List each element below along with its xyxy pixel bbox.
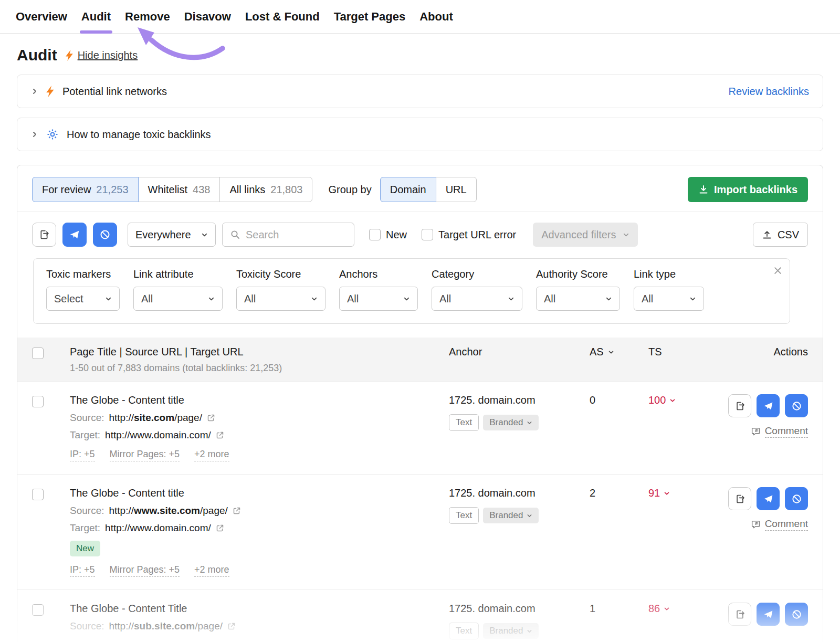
advanced-filters-label: Advanced filters: [541, 229, 616, 241]
group-by-domain-button[interactable]: Domain: [380, 177, 436, 202]
mirror-pages-meta[interactable]: Mirror Pages: +5: [110, 564, 180, 577]
nav-lost-and-found[interactable]: Lost & Found: [245, 0, 320, 34]
external-link-icon[interactable]: [207, 414, 215, 422]
source-label: Source:: [70, 412, 104, 424]
toxicity-score-value[interactable]: 91: [648, 487, 713, 499]
comment-link[interactable]: Comment: [751, 425, 808, 438]
export-row-button[interactable]: [728, 603, 751, 626]
move-row-to-disavow-button[interactable]: [785, 487, 808, 510]
move-row-to-disavow-button[interactable]: [785, 394, 808, 417]
audit-main-card: For review 21,253 Whitelist 438 All link…: [17, 165, 823, 642]
text-tag: Text: [449, 623, 479, 639]
nav-audit[interactable]: Audit: [81, 0, 111, 34]
chevron-down-icon: [508, 296, 514, 302]
close-filters-button[interactable]: [773, 266, 782, 275]
filter-value: All: [544, 293, 555, 305]
source-url: http://sub.site.com/page/: [109, 620, 223, 632]
panel-link-networks[interactable]: Potential link networks Review backlinks: [17, 75, 823, 108]
filter-label: Authority Score: [536, 268, 620, 280]
branded-tag[interactable]: Branded: [483, 623, 539, 639]
toxicity-score-value[interactable]: 86: [648, 603, 713, 615]
filter-toxic-markers: Toxic markers Select: [46, 268, 120, 311]
move-row-to-disavow-button[interactable]: [785, 603, 808, 626]
tab-for-review[interactable]: For review 21,253: [32, 177, 139, 202]
filter-label: Toxic markers: [46, 268, 120, 280]
tab-count: 21,803: [270, 184, 302, 196]
paper-plane-icon: [763, 609, 774, 620]
filter-label: Link type: [634, 268, 704, 280]
column-title: Page Title | Source URL | Target URL: [70, 346, 449, 358]
branded-tag[interactable]: Branded: [483, 415, 539, 430]
external-link-icon[interactable]: [233, 507, 241, 515]
export-row-button[interactable]: [728, 487, 751, 510]
chevron-down-icon: [201, 231, 208, 238]
move-to-remove-button[interactable]: [62, 223, 87, 247]
filter-label: Link attribute: [133, 268, 223, 280]
link-type-select[interactable]: All: [634, 287, 704, 311]
move-row-to-remove-button[interactable]: [757, 603, 780, 626]
filter-link-type: Link type All: [634, 268, 704, 311]
branded-tag[interactable]: Branded: [483, 508, 539, 523]
comment-icon: [751, 520, 761, 530]
row-checkbox[interactable]: [32, 489, 44, 500]
category-select[interactable]: All: [432, 287, 522, 311]
export-row-button[interactable]: [728, 394, 751, 417]
external-link-icon[interactable]: [216, 524, 224, 532]
select-all-checkbox[interactable]: [32, 348, 44, 359]
csv-label: CSV: [778, 229, 799, 241]
export-report-button[interactable]: [32, 223, 56, 247]
hide-insights-link[interactable]: Hide insights: [78, 49, 138, 61]
toxicity-score-select[interactable]: All: [236, 287, 326, 311]
tab-all-links[interactable]: All links 21,803: [219, 177, 312, 202]
checkbox[interactable]: [422, 229, 433, 240]
column-as-sort[interactable]: AS: [590, 346, 648, 358]
scope-select[interactable]: Everywhere: [128, 223, 216, 247]
target-url-error-checkbox[interactable]: Target URL error: [422, 229, 516, 241]
tab-whitelist[interactable]: Whitelist 438: [138, 177, 220, 202]
more-meta[interactable]: +2 more: [194, 449, 229, 461]
ip-meta[interactable]: IP: +5: [70, 449, 95, 461]
panel-toxic-backlinks[interactable]: How to manage toxic backlinks: [17, 118, 823, 151]
chevron-right-icon: [31, 131, 38, 138]
column-anchor: Anchor: [449, 346, 590, 358]
ip-meta[interactable]: IP: +5: [70, 564, 95, 577]
download-icon: [698, 184, 709, 195]
anchors-select[interactable]: All: [339, 287, 418, 311]
row-checkbox[interactable]: [32, 604, 44, 616]
external-link-icon[interactable]: [216, 431, 224, 439]
filter-label: Anchors: [339, 268, 418, 280]
new-filter-checkbox[interactable]: New: [369, 229, 407, 241]
group-by-url-button[interactable]: URL: [436, 177, 477, 202]
ts-number: 91: [648, 487, 660, 499]
row-checkbox[interactable]: [32, 396, 44, 407]
page-title-text: The Globe - Content title: [70, 394, 449, 406]
nav-target-pages[interactable]: Target Pages: [334, 0, 406, 34]
move-row-to-remove-button[interactable]: [757, 394, 780, 417]
review-backlinks-link[interactable]: Review backlinks: [729, 86, 809, 98]
export-csv-button[interactable]: CSV: [753, 223, 808, 247]
import-backlinks-button[interactable]: Import backlinks: [688, 177, 808, 202]
filters-panel: Toxic markers Select Link attribute All …: [33, 258, 790, 324]
nav-remove[interactable]: Remove: [125, 0, 170, 34]
checkbox[interactable]: [369, 229, 381, 240]
nav-about[interactable]: About: [419, 0, 453, 34]
toxicity-score-value[interactable]: 100: [648, 394, 713, 406]
comment-link[interactable]: Comment: [751, 518, 808, 531]
anchor-text: 1725. domain.com: [449, 394, 590, 406]
filter-authority-score: Authority Score All: [536, 268, 620, 311]
nav-overview[interactable]: Overview: [16, 0, 67, 34]
authority-score-select[interactable]: All: [536, 287, 620, 311]
move-row-to-remove-button[interactable]: [757, 487, 780, 510]
external-link-icon[interactable]: [227, 622, 236, 630]
mirror-pages-meta[interactable]: Mirror Pages: +5: [110, 449, 180, 461]
comment-label: Comment: [765, 425, 808, 438]
toxic-markers-select[interactable]: Select: [46, 287, 120, 311]
chevron-down-icon: [623, 231, 629, 238]
link-attribute-select[interactable]: All: [133, 287, 223, 311]
move-to-disavow-button[interactable]: [93, 223, 117, 247]
nav-disavow[interactable]: Disavow: [184, 0, 231, 34]
advanced-filters-button[interactable]: Advanced filters: [533, 223, 637, 247]
anchor-text: 1725. domain.com: [449, 487, 590, 499]
search-input[interactable]: [246, 229, 346, 241]
more-meta[interactable]: +2 more: [194, 564, 229, 577]
